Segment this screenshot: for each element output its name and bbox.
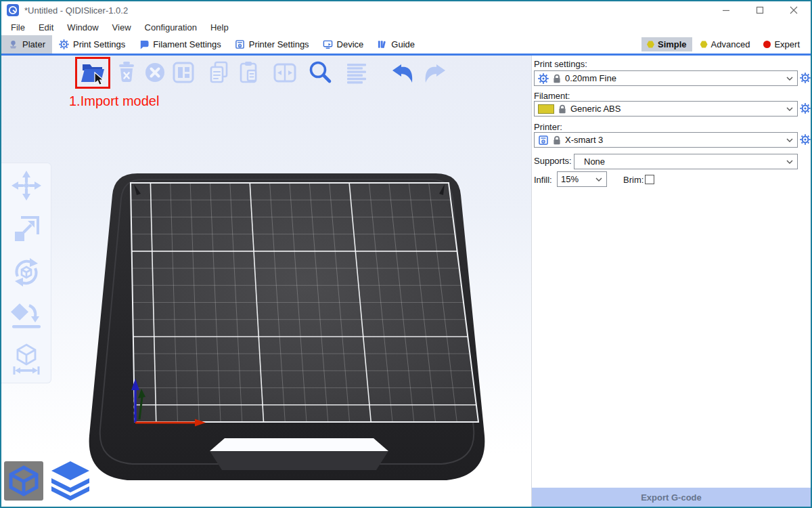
filament-color-swatch [538,104,554,114]
scale-tool-button[interactable] [10,212,43,246]
tab-label: Print Settings [73,39,125,49]
print-bed-scene [1,56,532,508]
import-model-button[interactable] [78,58,107,87]
supports-select[interactable]: None [574,154,798,169]
preview-sliced-layers-button[interactable] [49,460,92,503]
tray-handle-opening [210,438,388,451]
lock-icon [553,74,561,83]
move-tool-button[interactable] [10,169,43,203]
mode-switcher: Simple Advanced Expert [641,35,811,54]
menu-configuration[interactable]: Configuration [138,21,204,34]
chevron-down-icon [595,177,602,182]
settings-panel: Print settings: 0.20mm Fine Filament: Ge… [531,56,811,508]
menu-bar: File Edit Window View Configuration Help [1,19,811,35]
3d-editor-view-button[interactable] [4,461,43,503]
lock-icon [553,135,561,145]
edit-filament-button[interactable] [800,103,811,114]
rotate-tool-button[interactable] [10,255,43,289]
minimize-button[interactable] [709,1,743,19]
paste-button[interactable] [234,58,263,87]
main-tab-bar: Plater Print Settings Filament Settings … [1,35,811,56]
gear-icon [59,39,69,49]
close-icon [790,6,798,14]
undo-icon [390,59,418,86]
tab-plater[interactable]: Plater [1,35,52,54]
maximize-button[interactable] [743,1,777,19]
tab-label: Filament Settings [153,39,221,49]
arrange-button[interactable] [169,58,198,87]
supports-label: Supports: [534,156,572,166]
printer-label: Printer: [534,122,562,132]
mode-label: Expert [774,39,800,49]
menu-view[interactable]: View [106,21,138,34]
print-settings-select[interactable]: 0.20mm Fine [534,70,798,86]
app-window: *Untitled - QIDISlicer-1.0.2 File Edit W… [0,0,812,508]
chevron-down-icon [786,107,793,111]
title-bar: *Untitled - QIDISlicer-1.0.2 [1,1,811,19]
gear-icon [800,134,811,145]
window-title: *Untitled - QIDISlicer-1.0.2 [24,5,128,16]
window-controls [709,1,811,19]
print-settings-value: 0.20mm Fine [565,73,616,83]
object-manipulation-toolbar [1,163,51,383]
printer-select[interactable]: X-smart 3 [534,132,798,148]
scale-icon [10,213,43,245]
printer-value: X-smart 3 [565,135,603,145]
printer-icon [538,135,549,146]
gear-icon [800,72,811,83]
redo-button[interactable] [420,58,448,87]
copy-icon [206,59,233,86]
gear-icon [538,73,549,84]
measure-tool-button[interactable] [10,342,43,376]
menu-help[interactable]: Help [204,21,235,34]
variable-layer-height-button[interactable] [342,58,371,87]
mode-expert[interactable]: Expert [758,37,805,51]
search-button[interactable] [306,58,334,87]
chevron-down-icon [786,160,793,164]
menu-window[interactable]: Window [60,21,105,34]
infill-label: Infill: [534,175,552,185]
tab-print-settings[interactable]: Print Settings [52,35,132,54]
export-gcode-button[interactable]: Export G-code [532,488,811,507]
simple-mode-dot-icon [647,41,654,48]
tab-printer-settings[interactable]: Printer Settings [228,35,316,54]
filament-select[interactable]: Generic ABS [534,101,798,117]
tab-label: Plater [22,39,45,49]
infill-select[interactable]: 15% [557,171,607,187]
place-on-face-icon [10,299,43,332]
step-annotation: 1.Import model [69,93,159,109]
search-icon [307,59,334,86]
move-icon [10,169,43,202]
edit-printer-button[interactable] [800,134,811,145]
supports-value: None [584,156,605,167]
plater-icon [8,39,18,49]
delete-icon [113,59,140,86]
maximize-icon [756,6,764,14]
undo-button[interactable] [390,58,418,87]
split-objects-icon [271,59,298,86]
content-area: 1.Import model [1,56,811,508]
menu-file[interactable]: File [4,21,32,34]
tab-label: Guide [391,39,415,49]
split-objects-button[interactable] [271,58,299,87]
3d-viewport[interactable]: 1.Import model [1,56,531,508]
close-button[interactable] [777,1,811,19]
gear-icon [800,103,811,114]
edit-print-settings-button[interactable] [800,72,811,83]
copy-button[interactable] [206,58,234,87]
printer-icon [235,39,245,49]
delete-all-button[interactable] [141,58,169,87]
tab-device[interactable]: Device [316,35,371,54]
mode-advanced[interactable]: Advanced [695,37,756,51]
filament-label: Filament: [534,91,570,101]
menu-edit[interactable]: Edit [32,21,60,34]
3d-editor-view-icon [4,461,43,501]
delete-button[interactable] [112,58,141,87]
brim-checkbox[interactable] [645,175,654,184]
tab-guide[interactable]: Guide [370,35,422,54]
mode-simple[interactable]: Simple [641,37,692,51]
advanced-mode-dot-icon [700,41,708,48]
place-on-face-tool-button[interactable] [10,299,43,333]
tab-filament-settings[interactable]: Filament Settings [132,35,227,54]
guide-books-icon [377,39,387,49]
